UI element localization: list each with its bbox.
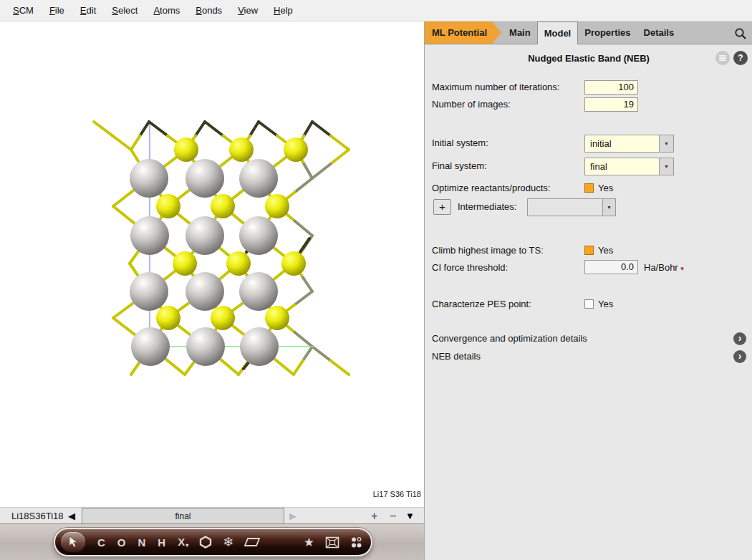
builder-toolbar: C O N H X▾ ❄ ★ bbox=[54, 528, 372, 556]
final-system-label: Final system: bbox=[432, 160, 487, 171]
convergence-details-link[interactable]: Convergence and optimization details bbox=[432, 333, 587, 344]
characterize-checkbox[interactable] bbox=[584, 299, 594, 309]
ci-force-input[interactable]: 0.0 bbox=[584, 260, 638, 274]
hexagon-icon bbox=[199, 536, 212, 549]
final-system-value: final bbox=[585, 158, 659, 175]
chevron-down-icon[interactable]: ▼ bbox=[602, 199, 615, 216]
intermediates-label: Intermediates: bbox=[458, 201, 516, 212]
max-iterations-label: Maximum number of iterations: bbox=[432, 82, 559, 92]
ci-force-unit-select[interactable]: Ha/Bohr ▾ bbox=[644, 262, 684, 273]
menu-help[interactable]: Help bbox=[266, 3, 300, 18]
parallelogram-icon bbox=[244, 537, 260, 547]
final-system-select[interactable]: final ▼ bbox=[584, 158, 674, 175]
molecules-tool-button[interactable] bbox=[350, 536, 362, 549]
initial-system-label: Initial system: bbox=[432, 137, 488, 148]
frame-slider[interactable]: final bbox=[82, 508, 284, 524]
ams-input-window: SCM File Edit Select Atoms Bonds View He… bbox=[0, 0, 752, 560]
menu-atoms[interactable]: Atoms bbox=[146, 3, 187, 18]
max-iterations-input[interactable]: 100 bbox=[584, 80, 638, 95]
characterize-label: Characterize PES point: bbox=[432, 299, 531, 309]
panel-title: Nudged Elastic Band (NEB) bbox=[425, 53, 752, 64]
search-icon bbox=[734, 27, 747, 40]
tab-ml-potential[interactable]: ML Potential bbox=[425, 21, 501, 44]
ci-force-label: CI force threshold: bbox=[432, 262, 508, 273]
chevron-down-icon[interactable]: ▼ bbox=[659, 158, 673, 175]
climb-checkbox[interactable] bbox=[584, 246, 594, 255]
panel-menu-button[interactable] bbox=[715, 51, 730, 65]
chevron-right-icon: › bbox=[738, 332, 742, 344]
unit-dropdown-icon: ▾ bbox=[680, 265, 684, 272]
system-name-label: Li18S36Ti18 bbox=[11, 508, 64, 524]
help-button[interactable]: ? bbox=[733, 51, 748, 65]
menu-bar: SCM File Edit Select Atoms Bonds View He… bbox=[0, 0, 752, 21]
element-c-button[interactable]: C bbox=[97, 536, 105, 549]
tab-properties[interactable]: Properties bbox=[578, 21, 637, 44]
initial-system-select[interactable]: initial ▼ bbox=[584, 135, 674, 153]
optimize-checkbox[interactable] bbox=[584, 183, 594, 193]
cursor-icon bbox=[69, 536, 78, 548]
neb-details-link[interactable]: NEB details bbox=[432, 351, 481, 362]
num-images-input[interactable]: 19 bbox=[584, 97, 638, 112]
add-intermediate-button[interactable]: + bbox=[433, 199, 451, 215]
climb-yes-label: Yes bbox=[598, 245, 613, 256]
chevron-right-icon: › bbox=[738, 350, 742, 362]
frame-status-bar: Li18S36Ti18 ◀ final ▶ + − ▼ bbox=[0, 507, 424, 523]
snowflake-icon: ❄ bbox=[223, 536, 233, 549]
chevron-down-icon[interactable]: ▼ bbox=[659, 135, 673, 152]
perspective-tool-button[interactable] bbox=[325, 536, 339, 549]
atoms-dots-icon bbox=[350, 536, 362, 549]
neb-details-button[interactable]: › bbox=[733, 350, 746, 363]
frame-menu-button[interactable]: ▼ bbox=[405, 508, 415, 524]
next-frame-button[interactable]: ▶ bbox=[289, 508, 297, 524]
menu-edit[interactable]: Edit bbox=[73, 3, 103, 18]
element-h-button[interactable]: H bbox=[158, 536, 165, 549]
num-images-label: Number of images: bbox=[432, 99, 511, 110]
element-dropdown-icon: ▾ bbox=[185, 542, 188, 549]
crystal-structure bbox=[0, 21, 424, 507]
previous-frame-button[interactable]: ◀ bbox=[68, 508, 75, 524]
neb-settings-panel: Nudged Elastic Band (NEB) ? Maximum numb… bbox=[425, 44, 752, 560]
star-icon: ★ bbox=[304, 536, 314, 549]
search-button[interactable] bbox=[733, 26, 748, 42]
intermediates-select[interactable]: ▼ bbox=[527, 198, 616, 216]
optimize-yes-label: Yes bbox=[598, 183, 613, 193]
builder-tool-strip: C O N H X▾ ❄ ★ bbox=[0, 523, 424, 560]
lattice-tool-button[interactable] bbox=[244, 537, 260, 547]
menu-view[interactable]: View bbox=[231, 3, 265, 18]
menu-select[interactable]: Select bbox=[105, 3, 145, 18]
element-x-button[interactable]: X▾ bbox=[178, 536, 188, 549]
element-o-button[interactable]: O bbox=[117, 536, 126, 549]
characterize-yes-label: Yes bbox=[598, 299, 613, 309]
initial-system-value: initial bbox=[585, 135, 659, 152]
molecule-viewer[interactable]: Li17 S36 Ti18 bbox=[0, 21, 424, 507]
tab-model[interactable]: Model bbox=[537, 21, 579, 44]
convergence-details-button[interactable]: › bbox=[733, 332, 746, 345]
menu-file[interactable]: File bbox=[42, 3, 72, 18]
menu-scm[interactable]: SCM bbox=[6, 3, 41, 18]
optimize-label: Optimize reactants/products: bbox=[432, 183, 550, 193]
menu-bonds[interactable]: Bonds bbox=[188, 3, 229, 18]
tab-details[interactable]: Details bbox=[637, 21, 681, 44]
box-frame-icon bbox=[325, 536, 339, 549]
panel-tab-bar: ML Potential Main Model Properties Detai… bbox=[425, 21, 752, 44]
element-n-button[interactable]: N bbox=[138, 536, 146, 549]
crystal-tool-button[interactable]: ❄ bbox=[223, 536, 233, 549]
question-icon: ? bbox=[738, 53, 743, 63]
zoom-out-button[interactable]: − bbox=[390, 508, 396, 524]
pointer-tool-button[interactable] bbox=[61, 532, 85, 552]
formula-label: Li17 S36 Ti18 bbox=[373, 490, 421, 498]
intermediates-value bbox=[528, 199, 602, 216]
favorites-tool-button[interactable]: ★ bbox=[304, 536, 314, 549]
tab-main[interactable]: Main bbox=[503, 21, 537, 44]
hamburger-icon bbox=[719, 54, 726, 62]
input-panel-column: ML Potential Main Model Properties Detai… bbox=[424, 21, 752, 560]
zoom-in-button[interactable]: + bbox=[371, 508, 377, 524]
ring-tool-button[interactable] bbox=[199, 536, 212, 549]
climb-label: Climb highest image to TS: bbox=[432, 245, 544, 256]
